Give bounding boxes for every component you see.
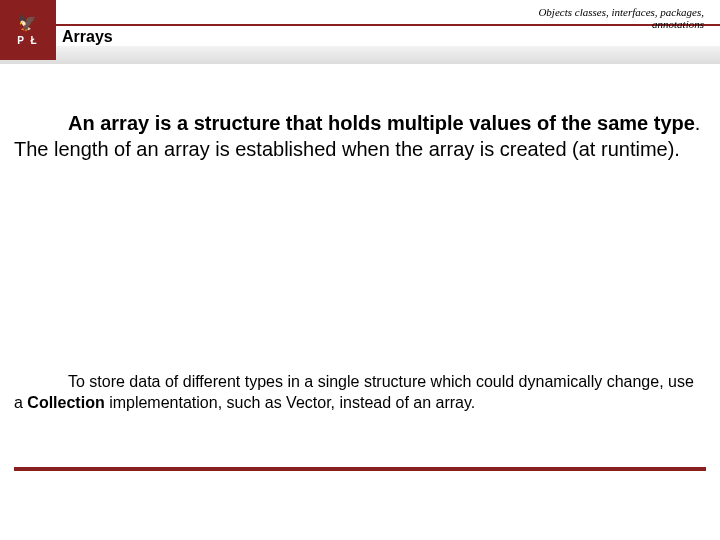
header-shadow <box>0 46 720 64</box>
breadcrumb: Objects classes, interfaces, packages, a… <box>538 6 704 30</box>
university-logo: 🦅 P Ł <box>0 0 56 60</box>
breadcrumb-line-1: Objects classes, interfaces, packages, <box>538 6 704 18</box>
header: 🦅 P Ł Objects classes, interfaces, packa… <box>0 0 720 60</box>
eagle-icon: 🦅 <box>17 15 39 31</box>
footer-rule <box>14 467 706 471</box>
logo-letters: P Ł <box>17 35 38 46</box>
p2-post: implementation, such as Vector, instead … <box>105 394 476 411</box>
slide: 🦅 P Ł Objects classes, interfaces, packa… <box>0 0 720 540</box>
paragraph-1: An array is a structure that holds multi… <box>14 110 706 162</box>
body: An array is a structure that holds multi… <box>14 110 706 414</box>
breadcrumb-line-2: annotations <box>538 18 704 30</box>
page-title: Arrays <box>62 28 113 46</box>
p1-lead: An array is a structure that holds multi… <box>68 112 695 134</box>
paragraph-2: To store data of different types in a si… <box>14 372 706 414</box>
p2-bold: Collection <box>27 394 104 411</box>
